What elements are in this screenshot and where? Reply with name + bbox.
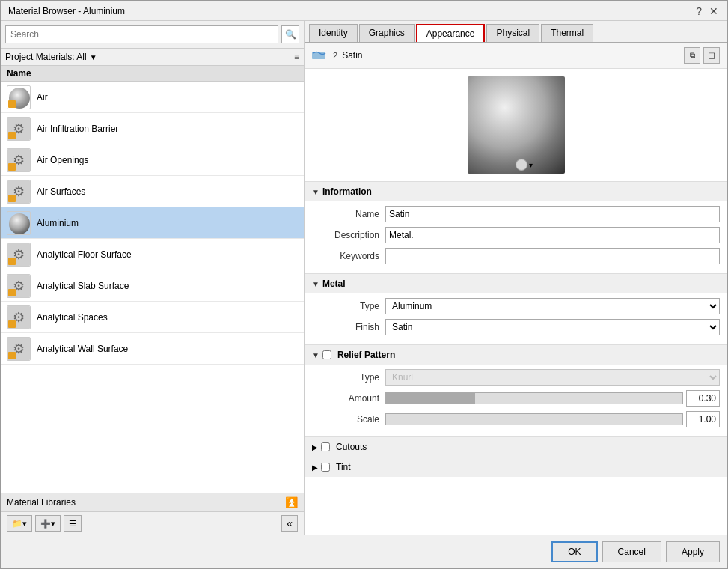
relief-type-select[interactable]: Knurl Diamond Linear	[385, 369, 720, 386]
list-item[interactable]: ⚙ Air Surfaces	[1, 176, 304, 207]
metal-type-select[interactable]: Aluminum Chrome Copper Gold Steel	[385, 298, 720, 314]
tab-appearance[interactable]: Appearance	[416, 24, 486, 42]
libraries-bar: Material Libraries ⏫	[1, 493, 304, 512]
material-thumbnail: ⚙	[7, 148, 31, 172]
information-section-header[interactable]: ▼ Information	[305, 182, 727, 201]
material-thumbnail: ⚙	[7, 117, 31, 141]
footer: OK Cancel Apply	[1, 535, 727, 568]
material-thumbnail: ⚙	[7, 274, 31, 298]
cancel-button[interactable]: Cancel	[602, 541, 661, 562]
material-thumbnail: ⚙	[7, 337, 31, 361]
relief-section-content: Type Knurl Diamond Linear Amount	[305, 365, 727, 436]
amount-slider-container	[385, 390, 720, 407]
name-row: Name	[312, 206, 720, 222]
filter-icon[interactable]: ▼	[90, 53, 97, 61]
tint-section[interactable]: ▶ Tint	[305, 457, 727, 477]
right-panel: Identity Graphics Appearance Physical Th…	[305, 21, 727, 535]
dialog-title: Material Browser - Aluminium	[8, 6, 125, 16]
item-label: Aluminium	[37, 218, 79, 228]
view-toggle-button[interactable]: ☰	[64, 515, 82, 532]
libraries-label: Material Libraries	[7, 497, 76, 508]
cutouts-checkbox[interactable]	[321, 442, 330, 451]
material-thumbnail	[7, 211, 31, 235]
collapse-triangle: ▼	[312, 188, 319, 196]
type-label: Type	[312, 301, 379, 311]
metal-section-header[interactable]: ▼ Metal	[305, 274, 727, 293]
information-section-content: Name Description Keywords	[305, 201, 727, 273]
item-label: Air Surfaces	[37, 186, 85, 197]
keywords-input[interactable]	[385, 248, 720, 264]
material-thumbnail: ⚙	[7, 243, 31, 267]
add-material-button[interactable]: 📁▾	[7, 515, 32, 532]
section-label: Information	[322, 186, 372, 197]
list-item[interactable]: ⚙ Air Infiltration Barrier	[1, 113, 304, 144]
add-to-project-button[interactable]: ➕▾	[35, 515, 61, 532]
scale-slider-container	[385, 411, 720, 427]
main-content: 🔍 Project Materials: All ▼ ≡ Name	[1, 21, 727, 535]
relief-pattern-section-header[interactable]: ▼ Relief Pattern	[305, 345, 727, 365]
badge-icon	[8, 163, 16, 171]
relief-type-label: Type	[312, 372, 379, 383]
search-input[interactable]	[5, 25, 278, 43]
scale-row: Scale	[312, 411, 720, 427]
keywords-row: Keywords	[312, 248, 720, 264]
material-thumbnail: ⚙	[7, 180, 31, 204]
badge-icon	[8, 289, 16, 296]
ok-button[interactable]: OK	[551, 541, 597, 562]
project-materials-text: Project Materials: All	[5, 52, 87, 62]
list-item[interactable]: Air	[1, 82, 304, 113]
list-view-button[interactable]: ≡	[294, 52, 299, 62]
amount-slider-track[interactable]	[385, 392, 683, 404]
appearance-content: 2 Satin ⧉ ❑ ▾	[305, 43, 727, 535]
shape-dropdown-icon[interactable]: ▾	[529, 161, 533, 169]
tab-identity[interactable]: Identity	[309, 24, 358, 42]
material-thumbnail	[7, 85, 31, 109]
name-label: Name	[312, 209, 379, 219]
list-item[interactable]: ⚙ Analytical Wall Surface	[1, 333, 304, 365]
tint-checkbox[interactable]	[321, 463, 330, 472]
cutouts-section[interactable]: ▶ Cutouts	[305, 436, 727, 457]
item-label: Analytical Spaces	[37, 312, 108, 323]
scale-slider-track[interactable]	[385, 413, 683, 425]
preview-area: ▾	[305, 69, 727, 181]
badge-icon	[8, 320, 16, 328]
project-materials-bar: Project Materials: All ▼ ≡	[1, 49, 304, 66]
relief-pattern-checkbox[interactable]	[322, 350, 331, 359]
list-item-aluminium[interactable]: Aluminium	[1, 207, 304, 239]
tab-physical[interactable]: Physical	[486, 24, 539, 42]
amount-value[interactable]	[686, 390, 720, 407]
item-label: Analytical Wall Surface	[37, 344, 128, 354]
badge-icon	[8, 100, 16, 108]
title-bar-buttons: ? ✕	[694, 5, 720, 17]
description-input[interactable]	[385, 227, 720, 243]
finish-row: Finish Satin Polished Brushed Matte	[312, 319, 720, 335]
duplicate-asset-button[interactable]: ⧉	[684, 47, 700, 64]
tab-thermal[interactable]: Thermal	[541, 24, 593, 42]
collapse-libraries-icon[interactable]: ⏫	[285, 496, 298, 508]
scale-value[interactable]	[686, 411, 720, 427]
satin-title: 2 Satin	[312, 50, 362, 61]
list-item[interactable]: ⚙ Analytical Slab Surface	[1, 270, 304, 302]
finish-label: Finish	[312, 322, 379, 332]
expand-triangle: ▶	[312, 463, 318, 472]
close-button[interactable]: ✕	[708, 5, 720, 17]
copy-button[interactable]: ❑	[703, 47, 720, 64]
title-bar: Material Browser - Aluminium ? ✕	[1, 1, 727, 21]
item-label: Analytical Floor Surface	[37, 249, 132, 260]
help-button[interactable]: ?	[694, 5, 703, 17]
metal-section: ▼ Metal Type Aluminum Chrome Copper Gold…	[305, 273, 727, 344]
type-row: Type Aluminum Chrome Copper Gold Steel	[312, 298, 720, 314]
relief-type-row: Type Knurl Diamond Linear	[312, 369, 720, 386]
collapse-button[interactable]: «	[281, 515, 298, 532]
metal-finish-select[interactable]: Satin Polished Brushed Matte	[385, 319, 720, 335]
list-item[interactable]: ⚙ Analytical Floor Surface	[1, 239, 304, 270]
section-label: Relief Pattern	[337, 350, 395, 360]
list-item[interactable]: ⚙ Analytical Spaces	[1, 302, 304, 333]
search-bar: 🔍	[1, 21, 304, 49]
list-item[interactable]: ⚙ Air Openings	[1, 144, 304, 176]
name-input[interactable]	[385, 206, 720, 222]
search-button[interactable]: 🔍	[281, 25, 299, 43]
apply-button[interactable]: Apply	[666, 541, 720, 562]
tab-graphics[interactable]: Graphics	[359, 24, 415, 42]
badge-icon	[8, 258, 16, 265]
